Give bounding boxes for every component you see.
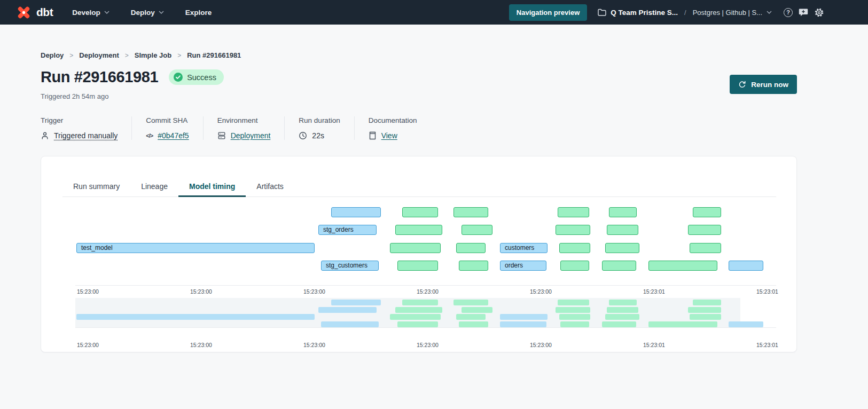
minimap-bar xyxy=(559,314,590,320)
minimap-bar xyxy=(560,321,589,327)
gantt-bar[interactable] xyxy=(462,225,492,235)
gantt-bar[interactable] xyxy=(607,225,638,235)
gantt-minimap[interactable] xyxy=(75,298,763,327)
help-icon[interactable]: ? xyxy=(784,8,793,17)
tab-run-summary[interactable]: Run summary xyxy=(62,176,130,196)
gantt-bar[interactable] xyxy=(397,261,438,271)
axis-tick-label: 15:23:01 xyxy=(643,342,665,348)
meta-trigger-label: Trigger xyxy=(41,116,118,124)
gantt-bar[interactable] xyxy=(560,261,589,271)
gantt-bar-stg_orders[interactable]: stg_orders xyxy=(318,225,377,235)
gantt-bar[interactable] xyxy=(690,243,721,253)
gantt-bar[interactable] xyxy=(605,243,639,253)
feedback-icon[interactable] xyxy=(799,8,808,17)
gantt-bar-label: stg_orders xyxy=(319,225,376,234)
nav-deploy[interactable]: Deploy xyxy=(131,9,164,17)
minimap-bar xyxy=(605,314,639,320)
account-separator: / xyxy=(684,9,686,17)
tab-artifacts[interactable]: Artifacts xyxy=(246,176,294,196)
code-icon: </> xyxy=(146,132,153,139)
minimap-bar xyxy=(462,307,492,313)
minimap-bar xyxy=(390,314,441,320)
topbar-right: Navigation preview Q Team Pristine S... … xyxy=(509,4,868,21)
axis-tick-label: 15:23:00 xyxy=(190,288,212,295)
axis-tick-label: 15:23:00 xyxy=(417,342,439,348)
axis-tick-label: 15:23:00 xyxy=(530,342,552,348)
breadcrumb-current-run: Run #291661981 xyxy=(187,51,241,59)
trigger-value: Triggered manually xyxy=(54,131,118,140)
gantt-bar[interactable] xyxy=(688,225,721,235)
minimap-bar xyxy=(321,321,379,327)
gantt-bar[interactable] xyxy=(459,261,488,271)
gantt-bar[interactable] xyxy=(395,225,442,235)
gantt-bar[interactable] xyxy=(559,243,590,253)
axis-tick-label: 15:23:00 xyxy=(190,342,212,348)
gantt-bar[interactable] xyxy=(453,207,488,217)
gantt-bar[interactable] xyxy=(331,207,381,217)
minimap-bar xyxy=(607,307,638,313)
environment-link[interactable]: Deployment xyxy=(231,131,271,140)
minimap-bar xyxy=(456,314,486,320)
gantt-bar[interactable] xyxy=(390,243,441,253)
page: dbt Develop Deploy Explore Navigation pr… xyxy=(0,0,868,409)
minimap-bar xyxy=(453,300,488,305)
status-badge: Success xyxy=(169,69,224,85)
rerun-now-button[interactable]: Rerun now xyxy=(730,75,797,94)
nav-develop[interactable]: Develop xyxy=(72,9,110,17)
chevron-down-icon xyxy=(104,11,110,14)
tab-bar: Run summary Lineage Model timing Artifac… xyxy=(62,176,776,197)
breadcrumb-deployment[interactable]: Deployment xyxy=(79,51,119,59)
gantt-bar[interactable] xyxy=(648,261,717,271)
page-title: Run #291661981 xyxy=(41,68,158,86)
breadcrumb-job[interactable]: SImple Job xyxy=(135,51,171,59)
navigation-preview-button[interactable]: Navigation preview xyxy=(509,4,587,21)
minimap-bar xyxy=(397,321,438,327)
run-detail-card: Run summary Lineage Model timing Artifac… xyxy=(41,156,797,352)
gantt-bar[interactable] xyxy=(693,207,721,217)
tab-lineage[interactable]: Lineage xyxy=(130,176,178,196)
gantt-bar[interactable] xyxy=(456,243,486,253)
gantt-bar[interactable] xyxy=(609,207,637,217)
status-badge-label: Success xyxy=(187,73,216,82)
account-name: Q Team Pristine S... xyxy=(611,9,678,17)
gantt-bar-orders[interactable]: orders xyxy=(500,261,546,271)
minimap-bar xyxy=(500,314,548,320)
minimap-bar xyxy=(690,314,721,320)
account-project-selector[interactable]: Q Team Pristine S... / Postgres | Github… xyxy=(598,9,772,17)
dbt-logo-icon xyxy=(16,5,32,20)
axis-tick-label: 15:23:00 xyxy=(303,342,325,348)
minimap-bar xyxy=(318,307,377,313)
minimap-bar xyxy=(602,321,636,327)
topbar-icons: ? xyxy=(784,7,824,18)
nav-explore[interactable]: Explore xyxy=(185,9,212,17)
gantt-bar[interactable] xyxy=(729,261,763,271)
breadcrumb-separator: > xyxy=(177,52,181,59)
gantt-bar-stg_customers[interactable]: stg_customers xyxy=(321,261,379,271)
gantt-bar-label: orders xyxy=(501,261,546,270)
minimap-bar xyxy=(693,300,721,305)
meta-duration-label: Run duration xyxy=(299,116,340,124)
breadcrumb-deploy[interactable]: Deploy xyxy=(41,51,64,59)
meta-environment: Environment Deployment xyxy=(203,116,285,140)
gantt-bar-customers[interactable]: customers xyxy=(500,243,548,253)
documentation-view-link[interactable]: View xyxy=(381,131,397,140)
minimap-bar xyxy=(402,300,438,305)
gantt-bar[interactable] xyxy=(556,225,590,235)
nav-explore-label: Explore xyxy=(185,9,212,17)
gantt-bar-test_model[interactable]: test_model xyxy=(76,243,315,253)
gantt-bar-label: customers xyxy=(501,243,547,252)
gantt-bar[interactable] xyxy=(402,207,438,217)
rerun-now-label: Rerun now xyxy=(751,81,788,89)
breadcrumb: Deploy > Deployment > SImple Job > Run #… xyxy=(41,51,241,59)
meta-trigger: Trigger Triggered manually xyxy=(41,116,131,140)
gear-icon[interactable] xyxy=(814,7,824,18)
gantt-bar[interactable] xyxy=(602,261,636,271)
brand-name: dbt xyxy=(36,6,53,19)
chevron-down-icon xyxy=(767,11,772,14)
dbt-logo[interactable]: dbt xyxy=(0,5,53,20)
tab-model-timing[interactable]: Model timing xyxy=(178,176,246,196)
commit-sha-link[interactable]: #0b47ef5 xyxy=(158,131,189,140)
gantt-bar[interactable] xyxy=(558,207,589,217)
axis-tick-label: 15:23:00 xyxy=(530,288,552,295)
gantt-bar-label: test_model xyxy=(77,243,314,252)
